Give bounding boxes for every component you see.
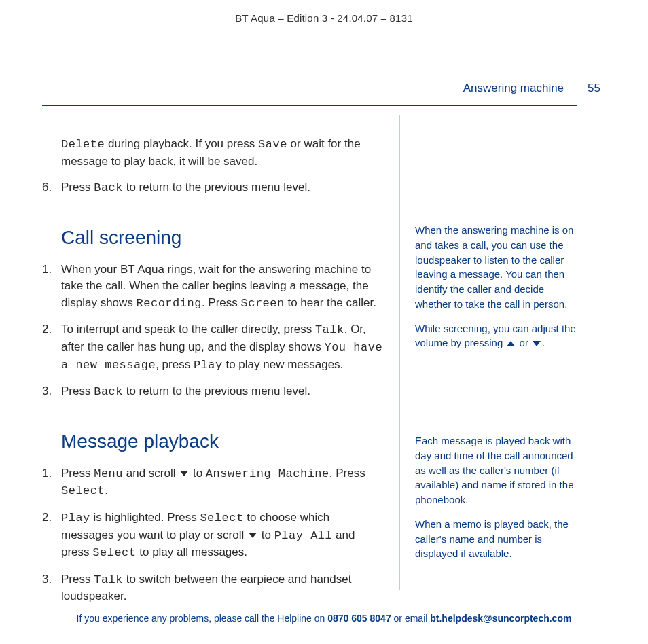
arrow-down-icon [533,341,541,346]
key-save: Save [258,138,287,151]
text: to return to the previous menu level. [123,181,310,194]
sidenote-call-screening-2: While screening, you can adjust the volu… [415,321,577,351]
call-screening-step-3: 3. Press Back to return to the previous … [42,383,384,401]
text: to [190,467,206,480]
step-number: 1. [42,262,52,279]
side-spacer [415,360,577,433]
arrow-down-icon [180,471,188,476]
text: to play new messages. [223,358,344,371]
key-select: Select [200,512,243,524]
text: or [516,337,531,348]
helpline-email: bt.helpdesk@suncorptech.com [430,613,571,624]
key-menu: Menu [94,467,123,480]
text: . Press [202,296,241,309]
sidenote-call-screening-1: When the answering machine is on and tak… [415,223,577,312]
text: Press [61,181,94,194]
step-6: 6. Press Back to return to the previous … [42,179,384,197]
running-head: Answering machine 55 [48,82,600,95]
key-delete: Delete [61,138,105,151]
step-number: 6. [42,179,52,196]
heading-call-screening: Call screening [61,224,384,252]
key-talk: Talk [94,573,123,586]
step-number: 3. [42,383,52,400]
key-play: Play [194,359,223,372]
text: to play all messages. [137,545,247,558]
arrow-up-icon [507,341,515,346]
columns: Delete during playback. If you press Sav… [42,115,577,590]
text: is highlighted. Press [90,511,200,524]
page-number: 55 [588,82,600,95]
header-rule [42,105,577,106]
document-meta: BT Aqua – Edition 3 - 24.04.07 – 8131 [48,12,600,24]
helpline-phone: 0870 605 8047 [327,613,391,624]
sidenote-message-playback-1: Each message is played back with day and… [415,433,577,507]
step-number: 2. [42,509,52,526]
text: and scroll [123,467,179,480]
text: . [542,337,545,348]
key-back: Back [94,181,123,194]
key-select: Select [61,484,105,497]
side-column: When the answering machine is on and tak… [400,115,577,590]
key-back: Back [94,385,123,398]
text: to [258,529,274,541]
text: to hear the caller. [285,296,376,309]
text: If you experience any problems, please c… [77,613,328,624]
step-number: 2. [42,321,52,338]
call-screening-step-1: 1. When your BT Aqua rings, wait for the… [42,262,384,312]
message-playback-step-1: 1. Press Menu and scroll to Answering Ma… [42,465,384,500]
key-talk: Talk [315,323,344,336]
text: , press [156,358,194,371]
text: Press [61,384,94,397]
text: or email [391,613,431,624]
main-column: Delete during playback. If you press Sav… [42,115,399,590]
text: . Press [329,467,365,480]
text: . [105,484,108,497]
text: Press [61,467,94,480]
message-playback-step-3: 3. Press Talk to switch between the earp… [42,571,384,605]
arrow-down-icon [249,533,257,538]
call-screening-step-2: 2. To interrupt and speak to the caller … [42,321,384,374]
step-number: 3. [42,571,52,588]
text: during playback. If you press [105,137,258,150]
sidenote-message-playback-2: When a memo is played back, the caller's… [415,517,577,561]
manual-page: BT Aqua – Edition 3 - 24.04.07 – 8131 An… [0,0,648,644]
heading-message-playback: Message playback [61,428,384,456]
text: to return to the previous menu level. [123,384,310,397]
key-select: Select [92,546,136,559]
text: Press [61,573,94,586]
step-number: 1. [42,465,52,482]
menu-play: Play [61,512,90,524]
message-playback-step-2: 2. Play is highlighted. Press Select to … [42,509,384,562]
menu-answering-machine: Answering Machine [206,467,329,480]
text: To interrupt and speak to the caller dir… [61,323,315,336]
text: While screening, you can adjust the volu… [415,323,576,349]
menu-play-all: Play All [274,529,333,542]
display-recording: Recording [137,297,202,310]
section-title: Answering machine [463,82,564,95]
side-spacer [415,115,577,223]
intro-paragraph: Delete during playback. If you press Sav… [42,136,384,170]
key-screen: Screen [241,297,285,310]
helpline-footer: If you experience any problems, please c… [48,613,600,624]
